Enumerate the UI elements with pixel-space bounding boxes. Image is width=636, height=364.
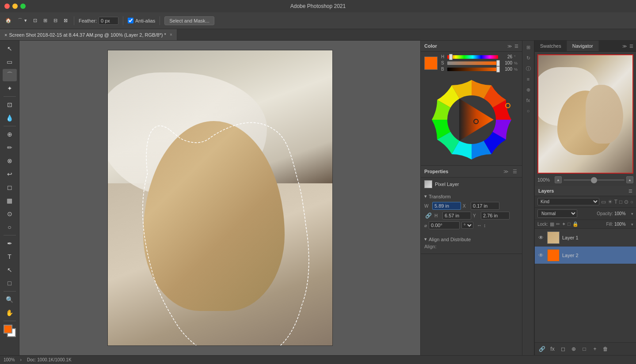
vert-rotate-icon[interactable]: ↻ (523, 53, 533, 63)
foreground-color-swatch[interactable] (4, 325, 12, 334)
toolbar-home-btn[interactable]: 🏠 (4, 17, 13, 24)
layer-fx-btn[interactable]: fx (548, 345, 557, 353)
tool-shape[interactable]: □ (3, 277, 17, 289)
tool-eyedropper[interactable]: 💧 (3, 112, 17, 124)
toolbar-subtract-selection[interactable]: ⊟ (52, 17, 59, 24)
color-panel-menu-icon[interactable]: ☰ (514, 44, 518, 49)
layer-group-btn[interactable]: □ (580, 345, 589, 353)
select-mask-button[interactable]: Select and Mask... (164, 16, 214, 25)
color-panel-collapse-icon[interactable]: ≫ (507, 44, 512, 49)
color-wheel-svg[interactable] (430, 78, 514, 162)
lock-pixels-icon[interactable]: ✏ (556, 221, 560, 227)
canvas-area[interactable]: @keyframes dash { to { stroke-dashoffset… (19, 41, 420, 355)
tool-dodge[interactable]: ○ (3, 221, 17, 233)
s-slider[interactable] (447, 61, 498, 65)
tool-pen[interactable]: ✒ (3, 237, 17, 250)
close-button[interactable] (4, 4, 10, 9)
layer-adjustment-btn[interactable]: ⊕ (569, 345, 578, 353)
panel-collapse-btn[interactable]: ≫ (622, 44, 627, 49)
tab-swatches[interactable]: Swatches (535, 41, 567, 51)
document-tab[interactable]: × Screen Shot 2018-02-15 at 8.44.37 AM.p… (0, 29, 177, 40)
tool-brush[interactable]: ✏ (3, 141, 17, 154)
toolbar-intersect-selection[interactable]: ⊠ (62, 17, 69, 24)
doc-tab-close[interactable]: × (170, 32, 172, 37)
filter-smart-icon[interactable]: ⊙ (624, 199, 628, 205)
maximize-button[interactable] (20, 4, 26, 9)
tool-move[interactable]: ↖ (3, 42, 17, 55)
anti-alias-checkbox[interactable]: Anti-alias (128, 18, 155, 23)
tool-blur[interactable]: ⊙ (3, 208, 17, 220)
tool-eraser[interactable]: ◻ (3, 181, 17, 193)
properties-menu-icon[interactable]: ☰ (511, 168, 518, 175)
tool-history-brush[interactable]: ↩ (3, 168, 17, 180)
layer-mask-btn[interactable]: ◻ (559, 345, 567, 353)
tool-marquee[interactable]: ▭ (3, 56, 17, 68)
layer-item-1[interactable]: 👁 Layer 1 (535, 229, 636, 246)
tool-clone[interactable]: ⊗ (3, 155, 17, 167)
x-input[interactable] (471, 202, 499, 210)
filter-adjust-icon[interactable]: ☀ (608, 199, 613, 205)
vert-add-layer-icon[interactable]: ⊕ (523, 85, 533, 95)
filter-toggle-icon[interactable]: ○ (630, 199, 633, 205)
tool-healing[interactable]: ⊕ (3, 128, 17, 140)
tab-navigator[interactable]: Navigator (567, 41, 599, 51)
tool-gradient[interactable]: ▦ (3, 194, 17, 207)
vert-circle-icon[interactable]: ○ (523, 106, 533, 116)
filter-pixel-icon[interactable]: ▭ (601, 199, 606, 205)
vert-info-icon[interactable]: ⓘ (523, 64, 533, 73)
tool-hand[interactable]: ✋ (3, 307, 17, 319)
tool-zoom[interactable]: 🔍 (3, 293, 17, 306)
layer-filter-select[interactable]: Kind (537, 198, 599, 205)
vert-fx-icon[interactable]: fx (523, 95, 533, 105)
filter-shape-icon[interactable]: □ (619, 199, 622, 205)
layer-delete-btn[interactable]: 🗑 (601, 345, 610, 353)
h-slider[interactable] (447, 55, 498, 59)
layer-link-btn[interactable]: 🔗 (537, 345, 546, 353)
zoom-slider-thumb[interactable] (591, 177, 597, 183)
link-proportional-icon[interactable]: 🔗 (424, 212, 433, 219)
tool-magic-wand[interactable]: ✦ (3, 82, 17, 95)
main-color-swatch[interactable] (424, 57, 438, 70)
lock-position-icon[interactable]: ✦ (562, 221, 566, 227)
transform-select[interactable]: ° (461, 222, 473, 229)
layer-item-2[interactable]: 👁 Layer 2 (535, 246, 636, 264)
feather-input[interactable] (99, 17, 118, 25)
properties-panel-header[interactable]: Properties ≫ ☰ (421, 166, 522, 178)
vert-align-icon[interactable]: ≡ (523, 74, 533, 84)
b-slider-thumb[interactable] (496, 66, 500, 72)
opacity-chevron-icon[interactable]: ▾ (631, 212, 633, 216)
align-section-title[interactable]: ▾ Align and Distribute (424, 236, 518, 242)
zoom-slider[interactable] (564, 179, 625, 181)
tool-text[interactable]: T (3, 250, 17, 263)
zoom-increase-btn[interactable]: ▲ (626, 176, 633, 183)
lock-all-icon[interactable]: 🔒 (572, 221, 579, 227)
flip-vert-icon[interactable]: ↕ (484, 223, 486, 228)
lock-artboard-icon[interactable]: □ (567, 221, 571, 227)
properties-expand-icon[interactable]: ≫ (503, 168, 510, 175)
tool-path-select[interactable]: ↖ (3, 264, 17, 276)
fill-chevron-icon[interactable]: ▾ (631, 222, 633, 227)
close-doc-icon[interactable]: × (4, 32, 7, 38)
layer-2-visibility-icon[interactable]: 👁 (537, 252, 545, 259)
tool-crop[interactable]: ⊡ (3, 99, 17, 111)
filter-text-icon[interactable]: T (614, 199, 617, 205)
angle-input[interactable] (429, 221, 460, 229)
layer-1-visibility-icon[interactable]: 👁 (537, 234, 545, 241)
blend-mode-select[interactable]: Normal (537, 209, 577, 218)
toolbar-lasso-options[interactable]: ⌒▾ (16, 16, 29, 25)
y-input[interactable] (481, 212, 510, 220)
width-input[interactable] (432, 202, 461, 210)
color-panel-header[interactable]: Color ≫ ☰ (421, 41, 522, 52)
nav-image-preview[interactable] (537, 54, 633, 174)
toolbar-shape-options[interactable]: ⊡ (31, 17, 39, 24)
minimize-button[interactable] (12, 4, 18, 9)
zoom-decrease-btn[interactable]: ▲ (555, 176, 562, 183)
lock-transparent-icon[interactable]: ▦ (550, 221, 554, 227)
flip-icon[interactable]: ↔ (477, 223, 482, 228)
b-slider[interactable] (447, 68, 498, 71)
toolbar-add-selection[interactable]: ⊞ (42, 17, 49, 24)
transform-section-title[interactable]: ▾ Transform (424, 193, 518, 199)
layers-menu-btn[interactable]: ☰ (628, 189, 632, 193)
tool-lasso[interactable]: ⌒ (3, 69, 17, 81)
panel-menu-btn[interactable]: ☰ (629, 44, 633, 49)
